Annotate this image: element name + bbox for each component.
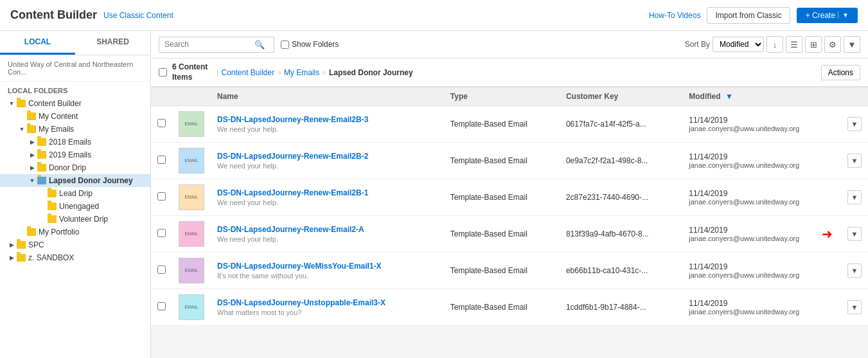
row-checkbox-5[interactable] <box>157 265 166 274</box>
breadcrumb-arrow-1: » <box>277 68 281 77</box>
row-checkbox-cell <box>151 143 172 179</box>
breadcrumb-content-builder[interactable]: Content Builder <box>221 68 274 77</box>
sidebar-item-my-portfolio[interactable]: ▶ My Portfolio <box>0 226 150 238</box>
sort-direction-button[interactable]: ↓ <box>766 36 783 53</box>
sidebar-item-my-content[interactable]: ▶ My Content <box>0 110 150 123</box>
sidebar-item-donor-drip[interactable]: ▶ Donor Drip <box>0 161 150 174</box>
sidebar-item-content-builder[interactable]: ▼ Content Builder <box>0 97 150 110</box>
select-all-checkbox[interactable] <box>159 68 167 76</box>
table-row: EMAIL DS-DN-LapsedJourney-Renew-Email2B-… <box>151 106 868 143</box>
tree-toggle-2019-emails[interactable]: ▶ <box>28 151 36 159</box>
item-modified-user-2: janae.conyers@uww.unitedway.org <box>689 161 835 169</box>
item-count: 6 ContentItems <box>172 62 208 82</box>
breadcrumb-arrow-2: » <box>322 68 326 77</box>
row-dropdown-button-2[interactable]: ▼ <box>847 154 862 168</box>
sidebar-item-spc[interactable]: ▶ SPC <box>0 238 150 251</box>
col-name[interactable]: Name <box>211 87 444 106</box>
grid-view-button[interactable]: ⊞ <box>805 36 822 53</box>
folder-icon-my-emails <box>27 125 36 133</box>
actions-button[interactable]: Actions <box>821 65 860 80</box>
item-type-1: Template-Based Email <box>450 120 527 129</box>
row-key-cell-2: 0e9a7c2f-f2a1-498c-8... <box>560 143 682 179</box>
item-modified-date-6: 11/14/2019 <box>689 299 835 308</box>
main-layout: LOCAL SHARED United Way of Central and N… <box>0 31 868 358</box>
sidebar-item-label-unengaged: Unengaged <box>59 202 99 211</box>
row-dropdown-button-6[interactable]: ▼ <box>847 300 862 314</box>
row-dropdown-button-4[interactable]: ▼ <box>847 227 862 241</box>
item-modified-user-6: janae.conyers@uww.unitedway.org <box>689 308 835 316</box>
filter-button[interactable]: ▼ <box>844 36 860 53</box>
breadcrumb-current: Lapsed Donor Journey <box>329 68 413 77</box>
row-action-cell-6: ▼ <box>841 289 868 326</box>
col-modified[interactable]: Modified ▼ <box>682 87 841 106</box>
item-name-3[interactable]: DS-DN-LapsedJourney-Renew-Email2B-1 <box>217 188 368 197</box>
row-checkbox-4[interactable] <box>157 229 166 237</box>
row-checkbox-cell <box>151 179 172 216</box>
row-dropdown-button-3[interactable]: ▼ <box>847 190 862 204</box>
folder-icon-spc <box>17 241 26 249</box>
item-name-4[interactable]: DS-DN-LapsedJourney-Renew-Email2-A <box>217 225 364 234</box>
folder-icon-my-portfolio <box>27 228 36 236</box>
row-checkbox-2[interactable] <box>157 156 166 164</box>
sort-select[interactable]: Modified Name Type Created <box>713 37 764 52</box>
settings-button[interactable]: ⚙ <box>824 36 841 53</box>
col-type[interactable]: Type <box>444 87 560 106</box>
item-modified-date-2: 11/14/2019 <box>689 152 835 161</box>
use-classic-link[interactable]: Use Classic Content <box>103 11 173 20</box>
search-icon[interactable]: 🔍 <box>254 40 265 49</box>
tree-toggle-donor-drip[interactable]: ▶ <box>28 164 36 172</box>
import-from-classic-button[interactable]: Import from Classic <box>707 7 790 24</box>
tree-toggle-sandbox[interactable]: ▶ <box>8 254 15 262</box>
sidebar-item-2019-emails[interactable]: ▶ 2019 Emails <box>0 148 150 161</box>
create-button-dropdown-arrow[interactable]: ▼ <box>838 12 849 19</box>
show-folders-checkbox[interactable] <box>281 40 289 49</box>
show-folders-checkbox-label[interactable]: Show Folders <box>281 40 339 49</box>
row-dropdown-button-1[interactable]: ▼ <box>847 117 862 131</box>
folder-icon-donor-drip <box>37 164 46 172</box>
row-checkbox-6[interactable] <box>157 302 166 310</box>
tree-toggle-my-emails[interactable]: ▼ <box>18 125 26 133</box>
col-checkbox <box>151 87 172 106</box>
tree-toggle-spc[interactable]: ▶ <box>8 241 15 249</box>
tree-toggle-2018-emails[interactable]: ▶ <box>28 138 36 146</box>
row-dropdown-button-5[interactable]: ▼ <box>847 264 862 278</box>
list-view-button[interactable]: ☰ <box>786 36 802 53</box>
col-customer-key[interactable]: Customer Key <box>560 87 682 106</box>
sidebar-item-2018-emails[interactable]: ▶ 2018 Emails <box>0 136 150 148</box>
item-name-6[interactable]: DS-DN-LapsedJourney-Unstoppable-Email3-X <box>217 298 385 307</box>
row-name-cell-5: DS-DN-LapsedJourney-WeMissYou-Email1-X I… <box>211 253 444 289</box>
top-bar-right: How-To Videos Import from Classic + Crea… <box>649 7 858 24</box>
tree-toggle-content-builder[interactable]: ▼ <box>8 100 15 107</box>
tab-local[interactable]: LOCAL <box>0 31 75 55</box>
item-subtitle-4: We need your help. <box>217 235 364 243</box>
breadcrumb-separator-1: | <box>217 68 218 77</box>
item-type-4: Template-Based Email <box>450 229 527 238</box>
item-name-5[interactable]: DS-DN-LapsedJourney-WeMissYou-Email1-X <box>217 262 382 271</box>
create-button[interactable]: + Create ▼ <box>797 8 858 23</box>
item-type-3: Template-Based Email <box>450 193 527 202</box>
item-name-2[interactable]: DS-DN-LapsedJourney-Renew-Email2B-2 <box>217 152 368 161</box>
item-name-1[interactable]: DS-DN-LapsedJourney-Renew-Email2B-3 <box>217 115 368 124</box>
sidebar-item-lead-drip[interactable]: ▶ Lead Drip <box>0 187 150 200</box>
sidebar-item-sandbox[interactable]: ▶ z. SANDBOX <box>0 251 150 264</box>
sidebar-item-lapsed-donor-journey[interactable]: ▼ Lapsed Donor Journey <box>0 174 150 187</box>
item-thumbnail-5: EMAIL <box>179 258 204 283</box>
breadcrumb-my-emails[interactable]: My Emails <box>284 68 319 77</box>
row-modified-cell-6: 11/14/2019 janae.conyers@uww.unitedway.o… <box>682 289 841 326</box>
sidebar-item-volunteer-drip[interactable]: ▶ Volunteer Drip <box>0 213 150 226</box>
row-type-cell-6: Template-Based Email <box>444 289 560 326</box>
tab-shared[interactable]: SHARED <box>75 31 150 55</box>
row-modified-cell-2: 11/14/2019 janae.conyers@uww.unitedway.o… <box>682 143 841 179</box>
sidebar-item-my-emails[interactable]: ▼ My Emails <box>0 123 150 136</box>
row-thumb-cell: EMAIL <box>172 106 211 143</box>
how-to-videos-link[interactable]: How-To Videos <box>649 11 700 20</box>
item-subtitle-6: What matters most to you? <box>217 309 385 316</box>
row-checkbox-3[interactable] <box>157 192 166 201</box>
sidebar-item-unengaged[interactable]: ▶ Unengaged <box>0 200 150 213</box>
tree-toggle-lapsed-donor-journey[interactable]: ▼ <box>28 177 36 184</box>
row-checkbox-1[interactable] <box>157 119 166 127</box>
search-input[interactable] <box>164 40 254 49</box>
sidebar-item-label-lead-drip: Lead Drip <box>59 189 93 198</box>
item-key-1: 0617fa7c-a14f-42f5-a... <box>566 120 646 129</box>
row-type-cell-2: Template-Based Email <box>444 143 560 179</box>
